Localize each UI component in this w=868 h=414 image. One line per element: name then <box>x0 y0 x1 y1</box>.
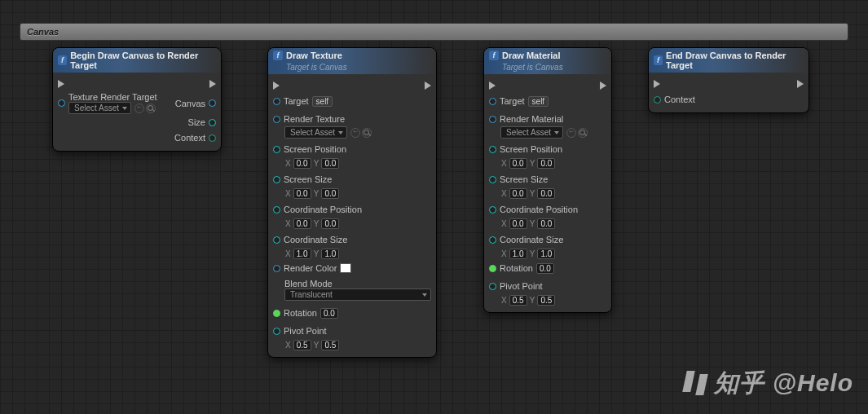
y-input[interactable]: 0.5 <box>537 295 555 306</box>
function-icon: f <box>58 55 67 65</box>
x-input[interactable]: 0.0 <box>293 218 311 229</box>
blend-mode-dropdown[interactable]: Translucent <box>284 288 431 301</box>
x-input[interactable]: 0.0 <box>293 158 311 169</box>
target-self-tag[interactable]: self <box>528 96 549 107</box>
watermark-text: 知乎 @Helo <box>714 367 853 400</box>
output-pin-context[interactable] <box>209 134 216 142</box>
asset-browse-icon[interactable] <box>578 128 588 138</box>
asset-dropdown[interactable]: Select Asset <box>284 126 347 139</box>
x-input[interactable]: 0.0 <box>509 158 527 169</box>
rotation-input[interactable]: 0.0 <box>536 263 554 274</box>
target-self-tag[interactable]: self <box>312 96 333 107</box>
exec-out-pin[interactable] <box>425 81 431 90</box>
asset-use-icon[interactable] <box>350 128 360 138</box>
input-pin-pivot-point[interactable] <box>489 283 496 290</box>
exec-in-pin[interactable] <box>654 80 660 88</box>
node-subtitle: Target is Canvas <box>484 63 611 74</box>
input-pin-pivot-point[interactable] <box>273 328 280 335</box>
y-input[interactable]: 0.0 <box>537 158 555 169</box>
input-pin-screen-position[interactable] <box>489 146 496 153</box>
input-pin-coordinate-size[interactable] <box>273 236 280 244</box>
output-canvas-label: Canvas <box>175 99 205 108</box>
asset-browse-icon[interactable] <box>362 128 372 138</box>
node-title: Draw Texture <box>286 51 342 60</box>
input-pin-texture-render-target[interactable] <box>58 99 65 107</box>
x-input[interactable]: 0.5 <box>293 340 311 350</box>
input-pin-context[interactable] <box>654 96 661 104</box>
y-input[interactable]: 1.0 <box>321 249 339 259</box>
y-input[interactable]: 0.0 <box>321 158 339 169</box>
input-pin-render-texture[interactable] <box>273 116 280 123</box>
exec-out-pin[interactable] <box>209 80 216 88</box>
exec-in-pin[interactable] <box>58 80 64 88</box>
asset-dropdown[interactable]: Select Asset <box>500 126 563 139</box>
input-pin-rotation[interactable] <box>273 310 280 317</box>
output-context-label: Context <box>174 133 205 143</box>
input-pin-coordinate-position[interactable] <box>489 206 496 214</box>
x-input[interactable]: 0.0 <box>509 218 527 229</box>
asset-use-icon[interactable] <box>566 128 576 138</box>
zhihu-logo-icon <box>683 371 707 395</box>
input-pin-render-material[interactable] <box>489 116 496 123</box>
output-pin-size[interactable] <box>209 119 216 126</box>
node-draw-texture[interactable]: f Draw Texture Target is Canvas Target s… <box>267 47 437 358</box>
input-pin-target[interactable] <box>273 98 280 105</box>
input-pin-rotation[interactable] <box>489 265 496 272</box>
function-icon: f <box>654 55 663 65</box>
y-input[interactable]: 0.5 <box>321 340 339 350</box>
asset-dropdown[interactable]: Select Asset <box>68 102 131 114</box>
exec-in-pin[interactable] <box>273 81 280 90</box>
input-label: Texture Render Target <box>68 92 157 102</box>
x-input[interactable]: 0.0 <box>293 188 311 199</box>
input-context-label: Context <box>664 95 695 104</box>
function-icon: f <box>273 51 283 60</box>
function-icon: f <box>489 51 499 60</box>
input-pin-coordinate-size[interactable] <box>489 236 496 244</box>
node-title: End Draw Canvas to Render Target <box>666 51 804 70</box>
output-size-label: Size <box>188 117 205 127</box>
input-pin-screen-size[interactable] <box>273 176 280 183</box>
y-input[interactable]: 0.0 <box>321 188 339 199</box>
y-input[interactable]: 1.0 <box>537 249 555 259</box>
input-pin-render-color[interactable] <box>273 265 280 272</box>
node-draw-material[interactable]: f Draw Material Target is Canvas Target … <box>483 47 612 313</box>
y-input[interactable]: 0.0 <box>537 218 555 229</box>
asset-use-icon[interactable] <box>134 104 144 113</box>
output-pin-canvas[interactable] <box>209 99 216 107</box>
exec-out-pin[interactable] <box>600 81 606 90</box>
node-subtitle: Target is Canvas <box>268 63 436 74</box>
asset-browse-icon[interactable] <box>146 104 156 113</box>
node-title: Draw Material <box>502 51 561 60</box>
node-header[interactable]: f Draw Texture <box>268 48 436 63</box>
category-banner: Canvas <box>20 23 848 41</box>
category-label: Canvas <box>27 27 59 37</box>
x-input[interactable]: 1.0 <box>293 249 311 259</box>
node-title: Begin Draw Canvas to Render Target <box>70 51 216 70</box>
node-end-draw-canvas[interactable]: f End Draw Canvas to Render Target Conte… <box>648 47 809 113</box>
x-input[interactable]: 0.0 <box>509 188 527 199</box>
input-pin-coordinate-position[interactable] <box>273 206 280 214</box>
node-header[interactable]: f End Draw Canvas to Render Target <box>649 48 809 73</box>
x-input[interactable]: 0.5 <box>509 295 527 306</box>
rotation-input[interactable]: 0.0 <box>320 308 338 319</box>
node-header[interactable]: f Draw Material <box>484 48 611 63</box>
watermark: 知乎 @Helo <box>683 367 853 402</box>
input-pin-screen-position[interactable] <box>273 146 280 153</box>
y-input[interactable]: 0.0 <box>321 218 339 229</box>
input-pin-screen-size[interactable] <box>489 176 496 183</box>
exec-out-pin[interactable] <box>797 80 804 88</box>
input-pin-target[interactable] <box>489 98 496 105</box>
x-input[interactable]: 1.0 <box>509 249 527 259</box>
node-begin-draw-canvas[interactable]: f Begin Draw Canvas to Render Target Tex… <box>52 47 222 152</box>
exec-in-pin[interactable] <box>489 81 496 90</box>
y-input[interactable]: 0.0 <box>537 188 555 199</box>
color-swatch[interactable] <box>340 263 351 273</box>
node-header[interactable]: f Begin Draw Canvas to Render Target <box>53 48 221 73</box>
